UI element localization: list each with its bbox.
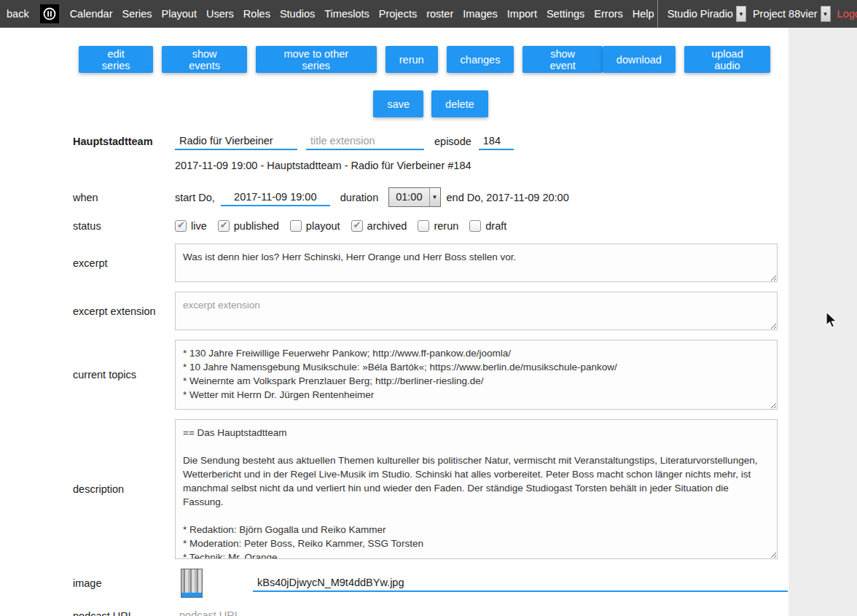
podcast-url-label: podcast URL bbox=[73, 610, 175, 616]
end-datetime-label: end Do, 2017-11-09 20:00 bbox=[447, 192, 569, 203]
status-option: live bbox=[175, 220, 207, 232]
checkbox[interactable] bbox=[175, 220, 187, 232]
duration-select[interactable]: 01:00 ▼ bbox=[388, 187, 440, 207]
image-row: image bbox=[73, 569, 788, 598]
episode-label: episode bbox=[434, 136, 471, 147]
nav-divider bbox=[657, 0, 658, 28]
nav-menu-item[interactable]: Timeslots bbox=[324, 8, 369, 20]
current-topics-label: current topics bbox=[73, 369, 175, 381]
nav-menu-item[interactable]: Calendar bbox=[70, 8, 113, 20]
description-row: description == Das Hauptstadtteam Die Se… bbox=[73, 419, 788, 559]
nav-menu: Calendar Series Playout Users Roles Stud… bbox=[70, 8, 654, 20]
studio-select[interactable]: Studio Piradio ▼ bbox=[668, 6, 746, 22]
image-filename-input[interactable] bbox=[253, 574, 788, 592]
top-nav: back Calendar Series Playout Users Roles… bbox=[0, 0, 857, 28]
status-label: status bbox=[73, 220, 175, 232]
nav-menu-item[interactable]: Import bbox=[507, 8, 537, 20]
piradio-logo-icon[interactable] bbox=[40, 4, 59, 23]
chevron-down-icon[interactable]: ▼ bbox=[429, 188, 440, 206]
status-row: status live published playout bbox=[73, 220, 788, 232]
toolbar-row-1: edit series show events move to other se… bbox=[79, 46, 770, 73]
back-button[interactable]: back bbox=[7, 8, 29, 20]
status-option: draft bbox=[469, 220, 506, 232]
toolbar-button[interactable]: show event bbox=[523, 46, 602, 73]
current-topics-row: current topics * 130 Jahre Freiwillige F… bbox=[73, 340, 788, 410]
excerpt-row: excerpt Was ist denn hier los? Herr Schi… bbox=[73, 243, 788, 282]
current-topics-textarea[interactable]: * 130 Jahre Freiwillige Feuerwehr Pankow… bbox=[175, 340, 778, 410]
checkbox[interactable] bbox=[469, 220, 481, 232]
chevron-down-icon[interactable]: ▼ bbox=[821, 6, 831, 22]
nav-right-group: Studio Piradio ▼ Project 88vier ▼ Logout… bbox=[654, 0, 857, 28]
when-row: when start Do, duration 01:00 ▼ end Do, … bbox=[73, 187, 788, 207]
nav-menu-item[interactable]: Studios bbox=[280, 8, 315, 20]
excerpt-extension-row: excerpt extension bbox=[73, 292, 788, 330]
toolbar-row-2: save delete bbox=[79, 90, 783, 117]
checkbox[interactable] bbox=[418, 220, 429, 232]
nav-menu-item[interactable]: Series bbox=[122, 8, 152, 20]
toolbar-button[interactable]: delete bbox=[431, 90, 488, 117]
toolbar-button[interactable]: rerun bbox=[386, 46, 438, 73]
title-row: Hauptstadtteam episode bbox=[73, 133, 788, 150]
broadcast-summary: 2017-11-09 19:00 - Hauptstadtteam - Radi… bbox=[175, 160, 788, 171]
when-label: when bbox=[73, 192, 175, 203]
nav-left-group: back Calendar Series Playout Users Roles… bbox=[7, 4, 654, 23]
status-checkboxes: live published playout archived bbox=[175, 220, 506, 232]
start-prefix-label: start Do, bbox=[175, 192, 215, 203]
chevron-down-icon[interactable]: ▼ bbox=[736, 6, 746, 22]
podcast-url-row: podcast URL bbox=[73, 607, 788, 616]
project-select[interactable]: Project 88vier ▼ bbox=[753, 6, 831, 22]
start-datetime-input[interactable] bbox=[221, 189, 330, 206]
duration-label: duration bbox=[340, 192, 378, 203]
nav-menu-item[interactable]: Errors bbox=[594, 8, 622, 20]
excerpt-extension-label: excerpt extension bbox=[73, 305, 175, 317]
checkbox[interactable] bbox=[351, 220, 363, 232]
nav-menu-item[interactable]: Images bbox=[463, 8, 498, 20]
checkbox[interactable] bbox=[290, 220, 302, 232]
description-label: description bbox=[73, 483, 175, 495]
episode-input[interactable] bbox=[479, 133, 514, 150]
image-thumbnail[interactable] bbox=[181, 569, 203, 598]
podcast-url-input[interactable] bbox=[175, 607, 778, 616]
toolbar-left-buttons: edit series show events move to other se… bbox=[79, 46, 603, 73]
image-label: image bbox=[73, 577, 175, 589]
status-option: published bbox=[218, 220, 279, 232]
excerpt-extension-textarea[interactable] bbox=[175, 292, 778, 330]
title-extension-input[interactable] bbox=[306, 133, 424, 150]
nav-menu-item[interactable]: Help bbox=[633, 8, 654, 20]
toolbar-right-buttons: download upload audio bbox=[603, 46, 770, 73]
checkbox[interactable] bbox=[218, 220, 230, 232]
title-input[interactable] bbox=[175, 133, 297, 150]
status-option: rerun bbox=[418, 220, 458, 232]
toolbar-button[interactable]: upload audio bbox=[684, 46, 770, 73]
nav-menu-item[interactable]: Playout bbox=[162, 8, 197, 20]
checkbox-label: rerun bbox=[434, 220, 458, 232]
project-select-value: Project 88vier bbox=[753, 8, 818, 20]
nav-menu-item[interactable]: Users bbox=[206, 8, 234, 20]
mouse-cursor bbox=[825, 311, 838, 332]
checkbox-label: published bbox=[234, 220, 279, 232]
main-content: edit series show events move to other se… bbox=[0, 28, 788, 616]
logout-button[interactable]: Logout bbox=[837, 8, 857, 20]
status-option: playout bbox=[290, 220, 340, 232]
series-name-label: Hauptstadtteam bbox=[73, 136, 175, 147]
toolbar-button[interactable]: changes bbox=[447, 46, 514, 73]
checkbox-label: playout bbox=[306, 220, 340, 232]
checkbox-label: archived bbox=[367, 220, 407, 232]
toolbar-button[interactable]: edit series bbox=[79, 46, 153, 73]
studio-select-value: Studio Piradio bbox=[668, 8, 733, 20]
nav-menu-item[interactable]: Projects bbox=[379, 8, 417, 20]
checkbox-label: live bbox=[191, 220, 207, 232]
toolbar-button[interactable]: download bbox=[603, 46, 676, 73]
broadcast-form: Hauptstadtteam episode 2017-11-09 19:00 … bbox=[0, 133, 788, 616]
description-textarea[interactable]: == Das Hauptstadtteam Die Sendung besteh… bbox=[175, 419, 778, 559]
duration-select-value: 01:00 bbox=[389, 188, 428, 206]
toolbar-button[interactable]: show events bbox=[162, 46, 246, 73]
nav-menu-item[interactable]: roster bbox=[426, 8, 453, 20]
nav-menu-item[interactable]: Settings bbox=[547, 8, 584, 20]
toolbar-button[interactable]: move to other series bbox=[256, 46, 377, 73]
excerpt-textarea[interactable]: Was ist denn hier los? Herr Schinski, He… bbox=[175, 243, 778, 282]
status-option: archived bbox=[351, 220, 407, 232]
excerpt-label: excerpt bbox=[73, 257, 175, 269]
toolbar-button[interactable]: save bbox=[373, 90, 423, 117]
nav-menu-item[interactable]: Roles bbox=[243, 8, 270, 20]
